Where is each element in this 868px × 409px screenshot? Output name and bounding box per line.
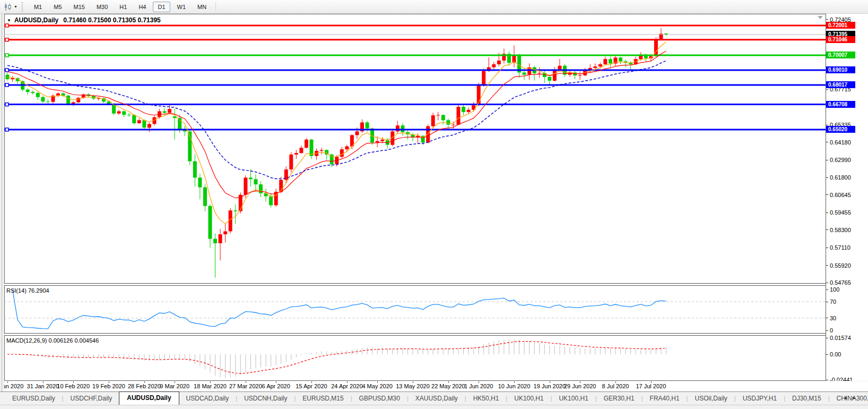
- chart-tab-bar: EURUSD,Daily|USDCHF,DailyAUDUSD,DailyUSD…: [0, 391, 868, 405]
- chevron-down-icon: ▼: [14, 5, 18, 8]
- chart-tab-fra40-h1[interactable]: FRA40,H1: [643, 393, 687, 405]
- candle-body: [320, 150, 324, 151]
- candle-body: [598, 64, 602, 66]
- scale-tick: [826, 125, 828, 125]
- timeframe-button-w1[interactable]: W1: [172, 2, 191, 12]
- scale-tick: [826, 289, 828, 290]
- scale-tick: [826, 318, 828, 318]
- candle-body: [223, 232, 227, 235]
- scale-tick: [826, 354, 828, 355]
- chart-ohlc-values: 0.71460 0.71500 0.71305 0.71395: [63, 16, 161, 24]
- time-axis[interactable]: 22 Jan 202031 Jan 202010 Feb 202019 Feb …: [4, 381, 868, 391]
- candle-body: [467, 110, 471, 112]
- timeframe-button-m1[interactable]: M1: [29, 2, 47, 12]
- macd-scale-label: -0.02441: [830, 377, 853, 381]
- rsi-scale-label: 0: [830, 327, 833, 334]
- candle-body: [603, 59, 607, 64]
- scale-tick: [826, 142, 828, 142]
- timeframe-button-mn[interactable]: MN: [193, 2, 211, 12]
- chart-tab-usdchf-daily[interactable]: USDCHF,Daily: [64, 393, 119, 405]
- candle-body: [137, 120, 141, 123]
- chart-tab-uk100-h1[interactable]: UK100,H1: [552, 393, 595, 405]
- tab-scroll-right-icon[interactable]: ►: [852, 395, 861, 401]
- line-drag-handle[interactable]: [5, 83, 8, 87]
- macd-label: MACD(12,26,9) 0.006126 0.004546: [6, 337, 99, 344]
- toolbar-separator: [215, 2, 216, 11]
- line-drag-handle[interactable]: [5, 128, 8, 131]
- price-level-tag: 0.72001: [826, 22, 855, 29]
- chart-shift-marker-icon[interactable]: [818, 16, 823, 19]
- candle-body: [41, 97, 45, 101]
- price-scale[interactable]: 0.724050.677150.653350.641800.629900.618…: [826, 14, 868, 381]
- timeframe-button-m30[interactable]: M30: [92, 2, 112, 12]
- chart-tab-ger30-h1[interactable]: GER30,H1: [597, 393, 641, 405]
- candle-body: [431, 115, 435, 126]
- candle-body: [340, 149, 344, 157]
- candle-body: [66, 96, 70, 105]
- scale-tick: [826, 330, 828, 331]
- scale-tick: [826, 212, 828, 213]
- tab-scroll-left-icon[interactable]: ◄: [843, 395, 852, 401]
- line-drag-handle[interactable]: [5, 54, 8, 57]
- chart-tab-eurusd-daily[interactable]: EURUSD,Daily: [5, 393, 62, 405]
- scale-tick: [826, 380, 828, 380]
- line-drag-handle[interactable]: [5, 103, 8, 106]
- macd-signal-line: [7, 342, 666, 373]
- candle-body: [117, 112, 121, 114]
- candle-body: [578, 75, 582, 76]
- rsi-indicator-panel[interactable]: RSI(14) 76.2904: [4, 286, 826, 333]
- candle-body: [142, 120, 146, 127]
- price-level-tag: 0.65020: [826, 126, 855, 133]
- main-chart-panel[interactable]: ▼ AUDUSD,Daily 0.71460 0.71500 0.71305 0…: [4, 14, 826, 283]
- timeframe-button-d1[interactable]: D1: [153, 2, 170, 12]
- line-drag-handle[interactable]: [5, 69, 8, 72]
- chart-tab-usoil-daily[interactable]: USOil,Daily: [688, 393, 734, 405]
- line-drag-handle[interactable]: [5, 24, 8, 27]
- candle-body: [254, 179, 258, 184]
- candle-body: [163, 112, 167, 113]
- rsi-label: RSI(14) 76.2904: [6, 287, 49, 294]
- chart-tab-uk100-h1[interactable]: UK100,H1: [507, 393, 550, 405]
- candle-body: [26, 90, 30, 92]
- candle-body: [203, 188, 207, 206]
- ma-fast-line: [7, 42, 666, 224]
- macd-indicator-panel[interactable]: MACD(12,26,9) 0.006126 0.004546: [4, 336, 826, 381]
- candle-body: [436, 115, 440, 116]
- candle-body: [219, 234, 222, 243]
- chart-tab-hk50-h1[interactable]: HK50,H1: [466, 393, 506, 405]
- candle-body: [127, 115, 131, 115]
- chart-tab-dj30-m15[interactable]: DJ30,M15: [785, 393, 828, 405]
- scale-tick-label: 0.60645: [830, 192, 851, 198]
- macd-scale-label: 0.01574: [830, 335, 851, 341]
- scale-tick: [826, 338, 828, 338]
- scale-tick: [826, 248, 828, 248]
- candle-body: [482, 71, 485, 86]
- chart-tab-gbpusd-m30[interactable]: GBPUSD,M30: [352, 393, 407, 405]
- scale-tick: [826, 229, 828, 230]
- line-drag-handle[interactable]: [5, 38, 8, 41]
- candle-body: [355, 131, 359, 135]
- chart-type-menu-button[interactable]: ▼: [2, 2, 19, 12]
- candle-body: [492, 64, 496, 67]
- candle-body: [588, 68, 592, 70]
- chart-tab-eurusd-m15[interactable]: EURUSD,M15: [296, 393, 350, 405]
- candle-body: [46, 101, 50, 102]
- chart-tabs: EURUSD,Daily|USDCHF,DailyAUDUSD,DailyUSD…: [5, 392, 868, 405]
- candle-body: [593, 66, 597, 68]
- chart-tab-usdjpy-h1[interactable]: USDJPY,H1: [736, 393, 784, 405]
- chart-tab-usdcnh-daily[interactable]: USDCNH,Daily: [237, 393, 294, 405]
- timeframe-button-m15[interactable]: M15: [69, 2, 90, 12]
- timeframe-button-m5[interactable]: M5: [49, 2, 66, 12]
- scale-tick: [826, 283, 828, 283]
- candle-body: [259, 184, 263, 193]
- chart-tab-usdcad-daily[interactable]: USDCAD,Daily: [179, 393, 236, 405]
- timeframe-button-h4[interactable]: H4: [134, 2, 151, 12]
- chart-symbol-title: AUDUSD,Daily: [14, 16, 58, 24]
- chart-tab-xauusd-daily[interactable]: XAUUSD,Daily: [409, 393, 465, 405]
- candle-body: [537, 73, 541, 73]
- timeframe-button-h1[interactable]: H1: [115, 2, 132, 12]
- chart-tab-audusd-daily[interactable]: AUDUSD,Daily: [119, 391, 179, 405]
- symbol-dropdown-icon[interactable]: ▼: [7, 18, 11, 23]
- scale-tick: [826, 89, 828, 90]
- rsi-line: [13, 289, 666, 329]
